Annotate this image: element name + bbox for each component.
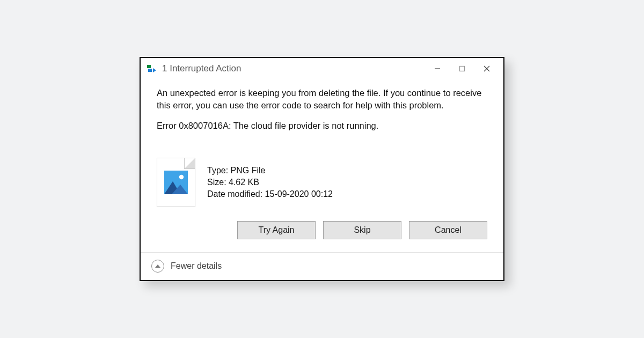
file-size: Size: 4.62 KB bbox=[207, 177, 333, 188]
transfer-icon bbox=[147, 65, 157, 72]
maximize-button[interactable] bbox=[450, 61, 474, 77]
svg-rect-0 bbox=[147, 65, 151, 68]
window-title: 1 Interrupted Action bbox=[162, 63, 241, 74]
error-code-line: Error 0x8007016A: The cloud file provide… bbox=[157, 121, 487, 131]
error-message: An unexpected error is keeping you from … bbox=[157, 87, 487, 111]
interrupted-action-dialog: 1 Interrupted Action An unexpected error… bbox=[140, 57, 504, 281]
file-row: Type: PNG File Size: 4.62 KB Date modifi… bbox=[157, 158, 487, 207]
cancel-button[interactable]: Cancel bbox=[409, 221, 487, 239]
close-button[interactable] bbox=[474, 61, 499, 77]
svg-point-8 bbox=[179, 175, 184, 179]
fewer-details-label: Fewer details bbox=[171, 261, 222, 271]
file-icon bbox=[157, 158, 195, 207]
try-again-button[interactable]: Try Again bbox=[237, 221, 316, 239]
file-details: Type: PNG File Size: 4.62 KB Date modifi… bbox=[207, 165, 333, 200]
chevron-up-icon bbox=[155, 264, 160, 268]
minimize-button[interactable] bbox=[425, 61, 450, 77]
svg-marker-2 bbox=[153, 68, 156, 72]
svg-rect-1 bbox=[148, 69, 152, 72]
dialog-content: An unexpected error is keeping you from … bbox=[141, 79, 503, 252]
titlebar: 1 Interrupted Action bbox=[141, 58, 503, 79]
file-modified: Date modified: 15-09-2020 00:12 bbox=[207, 188, 333, 200]
button-row: Try Again Skip Cancel bbox=[157, 221, 487, 249]
collapse-details-button[interactable] bbox=[151, 260, 164, 273]
image-thumbnail-icon bbox=[164, 171, 188, 194]
file-type: Type: PNG File bbox=[207, 165, 333, 177]
svg-rect-4 bbox=[460, 67, 465, 71]
dialog-footer: Fewer details bbox=[141, 252, 503, 280]
skip-button[interactable]: Skip bbox=[323, 221, 401, 239]
